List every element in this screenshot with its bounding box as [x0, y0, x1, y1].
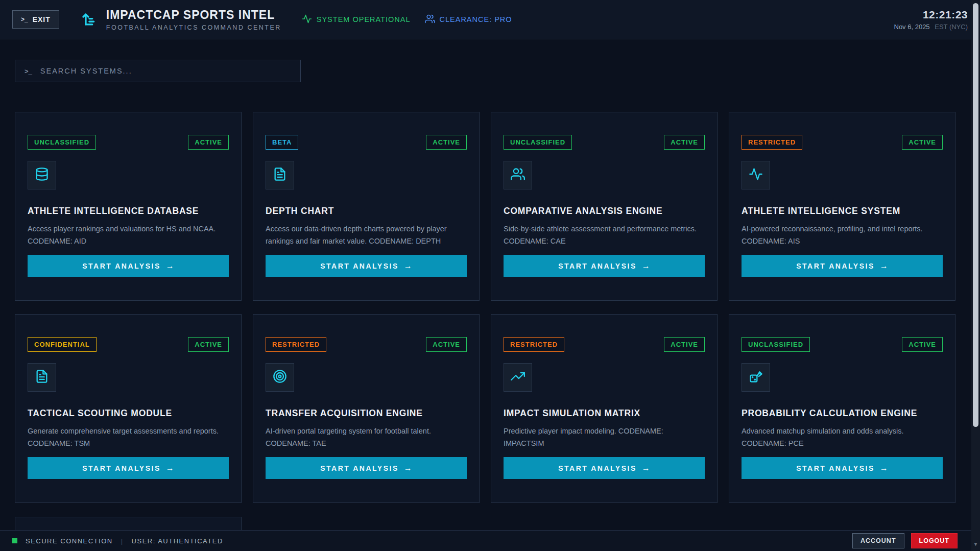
- clock-time: 12:21:23: [894, 9, 968, 21]
- card-icon-box: [28, 161, 56, 189]
- system-card: RESTRICTED ACTIVE IMPACT SIMULATION MATR…: [491, 314, 718, 503]
- card-title: COMPARATIVE ANALYSIS ENGINE: [504, 206, 705, 217]
- secure-connection-label: SECURE CONNECTION: [26, 537, 113, 545]
- card-description: Access player rankings and valuations fo…: [28, 223, 229, 248]
- start-analysis-button[interactable]: START ANALYSIS →: [504, 255, 705, 277]
- card-icon-box: [504, 161, 532, 189]
- system-status-label: SYSTEM OPERATIONAL: [317, 15, 411, 23]
- arrow-right-icon: →: [166, 464, 174, 473]
- file-text-icon: [35, 369, 49, 386]
- classification-badge: RESTRICTED: [742, 135, 802, 150]
- start-analysis-label: START ANALYSIS: [320, 262, 399, 270]
- card-icon-box: [742, 161, 770, 189]
- card-title: PROBABILITY CALCULATION ENGINE: [742, 408, 943, 419]
- card-description: Advanced matchup simulation and odds ana…: [742, 425, 943, 450]
- start-analysis-button[interactable]: START ANALYSIS →: [742, 255, 943, 277]
- card-title: TACTICAL SCOUTING MODULE: [28, 408, 229, 419]
- card-description: Access our data-driven depth charts powe…: [266, 223, 467, 248]
- account-button[interactable]: ACCOUNT: [852, 533, 904, 548]
- system-card: UNCLASSIFIED ACTIVE COMPARATIVE ANALYSIS…: [491, 112, 718, 301]
- start-analysis-button[interactable]: START ANALYSIS →: [504, 457, 705, 479]
- start-analysis-button[interactable]: START ANALYSIS →: [742, 457, 943, 479]
- card-description: Predictive player impact modeling. CODEN…: [504, 425, 705, 450]
- exit-button-label: EXIT: [33, 15, 51, 23]
- arrow-right-icon: →: [880, 464, 888, 473]
- start-analysis-label: START ANALYSIS: [558, 262, 637, 270]
- search-input[interactable]: [40, 67, 291, 75]
- logout-button[interactable]: LOGOUT: [911, 533, 958, 548]
- badge-row: UNCLASSIFIED ACTIVE: [28, 135, 229, 150]
- start-analysis-label: START ANALYSIS: [320, 464, 399, 472]
- systems-grid: UNCLASSIFIED ACTIVE ATHLETE INTELLIGENCE…: [15, 112, 980, 503]
- classification-badge: UNCLASSIFIED: [742, 337, 810, 352]
- system-card: RESTRICTED ACTIVE ATHLETE INTELLIGENCE S…: [729, 112, 955, 301]
- status-badge: ACTIVE: [664, 135, 705, 150]
- arrow-right-icon: →: [404, 464, 412, 473]
- card-description: AI-powered reconnaissance, profiling, an…: [742, 223, 943, 248]
- arrow-right-icon: →: [880, 261, 888, 271]
- start-analysis-button[interactable]: START ANALYSIS →: [266, 255, 467, 277]
- classification-badge: UNCLASSIFIED: [28, 135, 96, 150]
- exit-button[interactable]: >_ EXIT: [12, 10, 59, 29]
- scroll-down-arrow-icon[interactable]: ▼: [971, 541, 980, 547]
- classification-badge: RESTRICTED: [504, 337, 564, 352]
- system-card: UNCLASSIFIED ACTIVE ATHLETE INTELLIGENCE…: [15, 112, 242, 301]
- dice-icon: [749, 369, 763, 386]
- activity-icon: [749, 167, 763, 183]
- card-title: IMPACT SIMULATION MATRIX: [504, 408, 705, 419]
- page-title: IMPACTCAP SPORTS INTEL: [106, 8, 281, 22]
- classification-badge: CONFIDENTIAL: [28, 337, 97, 352]
- app-logo-icon: [81, 11, 98, 28]
- badge-row: UNCLASSIFIED ACTIVE: [742, 337, 943, 352]
- badge-row: CONFIDENTIAL ACTIVE: [28, 337, 229, 352]
- status-badge: ACTIVE: [902, 337, 943, 352]
- card-title: TRANSFER ACQUISITION ENGINE: [266, 408, 467, 419]
- card-title: ATHLETE INTELLIGENCE DATABASE: [28, 206, 229, 217]
- status-badge: ACTIVE: [426, 337, 467, 352]
- classification-badge: BETA: [266, 135, 298, 150]
- arrow-right-icon: →: [404, 261, 412, 271]
- start-analysis-label: START ANALYSIS: [796, 464, 875, 472]
- arrow-right-icon: →: [642, 261, 650, 271]
- card-icon-box: [742, 363, 770, 392]
- users-icon: [425, 14, 435, 26]
- start-analysis-label: START ANALYSIS: [82, 464, 161, 472]
- system-card: CONFIDENTIAL ACTIVE TACTICAL SCOUTING MO…: [15, 314, 242, 503]
- search-bar: >_: [15, 60, 301, 82]
- status-badge: ACTIVE: [664, 337, 705, 352]
- start-analysis-button[interactable]: START ANALYSIS →: [28, 457, 229, 479]
- badge-row: RESTRICTED ACTIVE: [266, 337, 467, 352]
- search-prompt-icon: >_: [25, 67, 32, 75]
- card-icon-box: [28, 363, 56, 392]
- badge-row: RESTRICTED ACTIVE: [504, 337, 705, 352]
- status-badge: ACTIVE: [902, 135, 943, 150]
- system-card: UNCLASSIFIED ACTIVE PROBABILITY CALCULAT…: [729, 314, 955, 503]
- system-card: RESTRICTED ACTIVE TRANSFER ACQUISITION E…: [253, 314, 480, 503]
- scrollbar-thumb[interactable]: [973, 3, 978, 427]
- start-analysis-button[interactable]: START ANALYSIS →: [28, 255, 229, 277]
- card-title: ATHLETE INTELLIGENCE SYSTEM: [742, 206, 943, 217]
- classification-badge: RESTRICTED: [266, 337, 326, 352]
- secure-indicator-icon: [12, 538, 17, 543]
- system-card: BETA ACTIVE DEPTH CHART Access our data-…: [253, 112, 480, 301]
- header-bar: >_ EXIT IMPACTCAP SPORTS INTEL FOOTBALL …: [0, 0, 980, 39]
- database-icon: [35, 167, 49, 183]
- scrollbar-track[interactable]: ▼: [971, 0, 980, 551]
- target-icon: [273, 369, 287, 386]
- start-analysis-button[interactable]: START ANALYSIS →: [266, 457, 467, 479]
- card-description: Side-by-side athlete assessment and perf…: [504, 223, 705, 248]
- page-subtitle: FOOTBALL ANALYTICS COMMAND CENTER: [106, 24, 281, 31]
- footer-bar: SECURE CONNECTION | USER: AUTHENTICATED …: [0, 530, 980, 551]
- clock-timezone: EST (NYC): [935, 23, 968, 31]
- start-analysis-label: START ANALYSIS: [558, 464, 637, 472]
- arrow-right-icon: →: [166, 261, 174, 271]
- clearance-status: CLEARANCE: PRO: [425, 14, 512, 26]
- card-icon-box: [266, 161, 294, 189]
- file-text-icon: [273, 167, 287, 183]
- badge-row: BETA ACTIVE: [266, 135, 467, 150]
- badge-row: RESTRICTED ACTIVE: [742, 135, 943, 150]
- badge-row: UNCLASSIFIED ACTIVE: [504, 135, 705, 150]
- terminal-prompt-icon: >_: [21, 16, 28, 23]
- card-title: DEPTH CHART: [266, 206, 467, 217]
- start-analysis-label: START ANALYSIS: [796, 262, 875, 270]
